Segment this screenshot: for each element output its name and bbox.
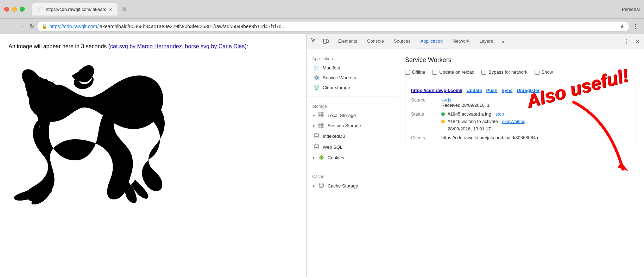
svg-marker-18: [618, 162, 628, 171]
cookies-label: Cookies: [328, 155, 344, 160]
manifest-label: Manifest: [323, 65, 340, 70]
show-checkbox[interactable]: [535, 70, 539, 75]
sw-options-row: Offline Update on reload Bypass for netw…: [405, 69, 637, 75]
bookmark-button[interactable]: ★: [620, 23, 625, 30]
url-bar[interactable]: 🔒 https://cdn.rawgit.com/jakearchibald/8…: [37, 21, 629, 32]
sidebar-item-indexeddb[interactable]: IndexedDB: [307, 131, 398, 142]
inspect-element-button[interactable]: [309, 36, 318, 47]
service-workers-icon: ⚙️: [314, 75, 320, 80]
more-tabs-button[interactable]: »: [498, 39, 508, 44]
sidebar-divider-2: [307, 167, 398, 167]
cat-image: [8, 56, 298, 206]
storage-section: Storage ►: [307, 101, 398, 162]
sw-status-text-1: #1845 activated a ing: [448, 111, 491, 117]
close-window-button[interactable]: [4, 7, 9, 12]
new-tab-button[interactable]: [118, 3, 131, 16]
sidebar-item-session-storage[interactable]: ► Sessio: [307, 121, 398, 131]
update-on-reload-checkbox[interactable]: [432, 70, 437, 75]
devtools-menu-button[interactable]: ⋮: [623, 37, 631, 46]
cache-section: Cache ► Cache Storage: [307, 171, 398, 191]
indexeddb-label: IndexedDB: [323, 134, 345, 139]
offline-option[interactable]: Offline: [405, 69, 425, 75]
tab-icon: 📄: [38, 7, 43, 12]
sw-status-date: 28/09/2016, 13:01:17: [448, 126, 525, 131]
sw-skip-waiting-link[interactable]: skipWaiting: [502, 119, 525, 124]
sidebar-item-cache-storage[interactable]: ► Cache Storage: [307, 180, 398, 191]
minimize-window-button[interactable]: [12, 7, 17, 12]
tab-close-button[interactable]: ×: [109, 7, 112, 12]
devtools-sidebar: Application 📄 Manifest ⚙️ Service Worker…: [307, 49, 398, 277]
indexeddb-icon: [314, 133, 320, 140]
device-toolbar-button[interactable]: [321, 36, 330, 47]
svg-rect-1: [323, 39, 326, 43]
cache-storage-icon: [318, 183, 325, 189]
show-option[interactable]: Show: [535, 69, 553, 75]
storage-section-heading: Storage: [307, 101, 398, 110]
sw-sync-link[interactable]: Sync: [501, 88, 512, 93]
maximize-window-button[interactable]: [20, 7, 25, 12]
bypass-network-option[interactable]: Bypass for network: [481, 69, 528, 75]
service-workers-title: Service Workers: [405, 56, 637, 64]
tab-title: https://cdn.rawgit.com/jakearc: [46, 7, 106, 12]
browser-menu-button[interactable]: ⋮: [632, 23, 638, 30]
tab-layers[interactable]: Layers: [474, 34, 498, 49]
cookies-arrow: ►: [312, 156, 316, 160]
sw-stop-link[interactable]: stop: [495, 111, 504, 117]
sidebar-item-local-storage[interactable]: ► Local: [307, 110, 398, 121]
bypass-network-checkbox[interactable]: [481, 70, 486, 75]
sw-update-link[interactable]: Update: [467, 88, 482, 93]
refresh-button[interactable]: ↻: [30, 23, 34, 30]
devtools-close-button[interactable]: ✕: [634, 37, 641, 46]
cache-storage-label: Cache Storage: [328, 183, 358, 189]
cat-link[interactable]: cat.svg by Marco Hernandez: [110, 43, 182, 49]
browser-tab[interactable]: 📄 https://cdn.rawgit.com/jakearc ×: [32, 3, 118, 16]
devtools-controls: ⋮ ✕: [623, 37, 641, 46]
sw-clients-label: Clients: [411, 135, 436, 140]
local-storage-label: Local Storage: [328, 113, 356, 118]
address-bar: ← → ↻ 🔒 https://cdn.rawgit.com/jakearchi…: [0, 18, 644, 34]
session-storage-arrow: ►: [312, 124, 316, 128]
sw-clients-row: Clients https://cdn.rawgit.com/jakearchi…: [411, 135, 631, 140]
devtools-panel: Elements Console Sources Application Net…: [306, 34, 644, 277]
cache-storage-arrow: ►: [312, 184, 316, 188]
sw-status-dot-green: [441, 112, 445, 116]
sidebar-item-service-workers[interactable]: ⚙️ Service Workers: [307, 73, 398, 82]
tab-console[interactable]: Console: [362, 34, 389, 49]
devtools-main-panel: Service Workers Offline Update on reload: [398, 49, 644, 277]
update-on-reload-label: Update on reload: [439, 69, 474, 75]
sw-url-row: https://cdn.rawgit.com/j Update Push Syn…: [411, 88, 631, 93]
back-button[interactable]: ←: [6, 21, 15, 31]
tab-elements[interactable]: Elements: [333, 34, 362, 49]
sw-status-row: Status #1845 activated a ing stop: [411, 111, 631, 131]
devtools-header: Elements Console Sources Application Net…: [307, 34, 644, 49]
clear-storage-label: Clear storage: [323, 85, 350, 90]
sidebar-item-clear-storage[interactable]: 🗑️ Clear storage: [307, 82, 398, 92]
application-section-heading: Application: [307, 54, 398, 63]
tab-network[interactable]: Network: [448, 34, 474, 49]
web-sql-icon: [314, 144, 320, 150]
sw-url-text: https://cdn.rawgit.com/j Update Push Syn…: [411, 88, 540, 93]
horse-link[interactable]: horse.svg by Carla Dias: [185, 43, 245, 49]
forward-button[interactable]: →: [18, 21, 27, 31]
offline-checkbox[interactable]: [405, 70, 410, 75]
lock-icon: 🔒: [42, 24, 47, 29]
sw-status-label: Status: [411, 111, 436, 117]
sidebar-divider: [307, 97, 398, 97]
browser-window: 📄 https://cdn.rawgit.com/jakearc × Perso…: [0, 0, 644, 277]
update-on-reload-option[interactable]: Update on reload: [432, 69, 474, 75]
local-storage-arrow: ►: [312, 113, 316, 117]
service-workers-label: Service Workers: [323, 75, 356, 80]
devtools-tabs: Elements Console Sources Application Net…: [333, 34, 623, 49]
sw-push-link[interactable]: Push: [486, 88, 498, 93]
sw-source-value: sw.js Received 28/09/2016, 1: [441, 97, 490, 108]
sidebar-item-manifest[interactable]: 📄 Manifest: [307, 63, 398, 73]
offline-label: Offline: [412, 69, 425, 75]
sidebar-item-web-sql[interactable]: Web SQL: [307, 142, 398, 153]
tab-application[interactable]: Application: [416, 34, 448, 49]
sw-url-link[interactable]: https://cdn.rawgit.com/j: [411, 88, 462, 93]
sw-status-dot-orange: [441, 120, 445, 123]
sw-unregister-link[interactable]: Unregister: [517, 88, 539, 93]
tab-sources[interactable]: Sources: [389, 34, 416, 49]
sidebar-item-cookies[interactable]: ► ✳️ Cookies: [307, 153, 398, 162]
sw-source-link[interactable]: sw.js: [441, 97, 451, 103]
